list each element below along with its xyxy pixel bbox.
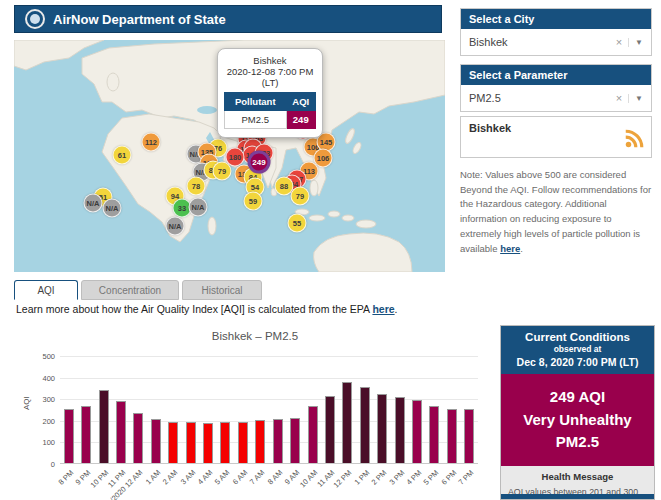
health-message-title: Health Message: [508, 471, 647, 482]
y-axis-tick-label: 200: [42, 416, 55, 425]
chart-bar: [186, 422, 196, 463]
chart-title: Bishkek – PM2.5: [18, 330, 492, 342]
chart-bar: [308, 406, 318, 463]
clear-icon[interactable]: ×: [610, 92, 628, 104]
popup-city: Bishkek: [224, 55, 316, 66]
tab-aqi[interactable]: AQI: [14, 280, 78, 300]
learn-more-text: Learn more about how the Air Quality Ind…: [16, 303, 398, 315]
aqi-station-marker[interactable]: 61: [113, 146, 132, 165]
panel-footer-bar: [501, 494, 654, 499]
epa-here-link[interactable]: here: [372, 303, 394, 315]
observed-datetime: Dec 8, 2020 7:00 PM (LT): [505, 356, 650, 368]
parameter-select-label: Select a Parameter: [461, 65, 651, 85]
chart-bar: [412, 400, 422, 463]
aqi-station-marker[interactable]: 249: [248, 151, 271, 174]
page: AirNow Department of State: [0, 0, 661, 500]
chart-bar: [325, 396, 335, 463]
aqi-station-marker[interactable]: N/A: [189, 198, 208, 217]
chart-bar: [377, 394, 387, 463]
parameter-select-box: Select a Parameter PM2.5 × ▼: [460, 64, 652, 112]
parameter-select[interactable]: PM2.5 × ▼: [461, 85, 651, 111]
chart-bar: [99, 390, 109, 463]
learn-more-body: Learn more about how the Air Quality Ind…: [16, 303, 372, 315]
observed-at-label: observed at: [505, 344, 650, 354]
chart-bar: [395, 397, 405, 463]
app-header: AirNow Department of State: [14, 5, 442, 33]
city-select-label: Select a City: [461, 9, 651, 29]
parameter-select-value: PM2.5: [469, 92, 610, 104]
popup-col-aqi: AQI: [286, 93, 316, 111]
popup-timezone: (LT): [224, 77, 316, 88]
chart-bar: [429, 406, 439, 463]
chart-bar: [273, 419, 283, 463]
chart-bar: [464, 409, 474, 463]
chart-bar: [151, 419, 161, 463]
current-conditions-title: Current Conditions: [505, 331, 650, 343]
gridline: [60, 378, 478, 379]
aqi-station-marker[interactable]: 78: [187, 177, 206, 196]
city-select-box: Select a City Bishkek × ▼: [460, 8, 652, 56]
chart-bar: [290, 418, 300, 463]
popup-aqi-value: 249: [286, 111, 316, 129]
rss-icon[interactable]: [623, 128, 645, 152]
chart-bar: [133, 413, 143, 463]
current-aqi-pollutant: PM2.5: [505, 431, 650, 454]
rss-feed-title: Bishkek: [469, 122, 511, 134]
current-conditions-header: Current Conditions observed at Dec 8, 20…: [501, 326, 654, 374]
chart-bar: [360, 387, 370, 463]
view-tabs: AQI Concentration Historical: [14, 280, 262, 300]
app-title: AirNow Department of State: [53, 12, 226, 27]
chart-bar: [342, 382, 352, 463]
chart-bar: [116, 401, 126, 463]
gridline: [60, 356, 478, 357]
chart-bar: [447, 409, 457, 463]
chart-bar: [220, 422, 230, 463]
aqi-station-marker[interactable]: 55: [288, 214, 307, 233]
popup-col-pollutant: Pollutant: [225, 93, 287, 111]
aqi-station-marker[interactable]: N/A: [103, 199, 122, 218]
y-axis-tick-label: 400: [42, 373, 55, 382]
popup-table: Pollutant AQI PM2.5 249: [224, 92, 316, 129]
y-axis-tick-label: 300: [42, 395, 55, 404]
note-here-link[interactable]: here: [500, 243, 520, 254]
chart-plot-area: 01002003004005008 PM9 PM10 PM11 PM12/8/2…: [60, 356, 478, 464]
dos-seal-logo: [25, 9, 45, 29]
chart-bar: [255, 420, 265, 463]
city-select-value: Bishkek: [469, 36, 610, 48]
chart-bar: [81, 406, 91, 463]
tab-historical[interactable]: Historical: [182, 280, 262, 300]
aqi-world-map[interactable]: 6111276N/A135107N/A8079789433N/AN/A51N/A…: [14, 40, 445, 272]
current-aqi-block: 249 AQI Very Unhealthy PM2.5: [501, 374, 654, 466]
map-popup: Bishkek 2020-12-08 7:00 PM (LT) Pollutan…: [217, 48, 323, 138]
chart-bar: [168, 422, 178, 463]
rss-feed-box: Bishkek: [460, 116, 652, 158]
chart-bar: [238, 422, 248, 463]
current-conditions-panel: Current Conditions observed at Dec 8, 20…: [500, 325, 655, 500]
chevron-down-icon[interactable]: ▼: [628, 94, 643, 103]
clear-icon[interactable]: ×: [610, 36, 628, 48]
chevron-down-icon[interactable]: ▼: [628, 38, 643, 47]
tab-concentration[interactable]: Concentration: [81, 280, 179, 300]
note-text: Note: Values above 500 are considered Be…: [460, 169, 651, 254]
popup-pollutant-value: PM2.5: [225, 111, 287, 129]
city-select[interactable]: Bishkek × ▼: [461, 29, 651, 55]
current-aqi-category: Very Unhealthy: [505, 409, 650, 432]
chart-bar: [64, 409, 74, 463]
aqi-station-marker[interactable]: 59: [244, 192, 263, 211]
chart-bar: [203, 423, 213, 463]
y-axis-tick-label: 500: [42, 352, 55, 361]
beyond-aqi-note: Note: Values above 500 are considered Be…: [460, 168, 654, 256]
aqi-bar-chart: Bishkek – PM2.5 AQI 01002003004005008 PM…: [18, 324, 492, 500]
note-text-end: .: [520, 243, 523, 254]
aqi-station-marker[interactable]: 79: [291, 187, 310, 206]
y-axis-tick-label: 0: [51, 460, 55, 469]
aqi-station-marker[interactable]: 112: [142, 133, 161, 152]
chart-y-axis-label: AQI: [22, 396, 31, 410]
y-axis-tick-label: 100: [42, 438, 55, 447]
aqi-station-marker[interactable]: N/A: [84, 194, 103, 213]
current-aqi-value: 249 AQI: [505, 386, 650, 409]
learn-more-end: .: [395, 303, 398, 315]
popup-datetime: 2020-12-08 7:00 PM: [224, 66, 316, 77]
aqi-station-marker[interactable]: N/A: [166, 217, 185, 236]
